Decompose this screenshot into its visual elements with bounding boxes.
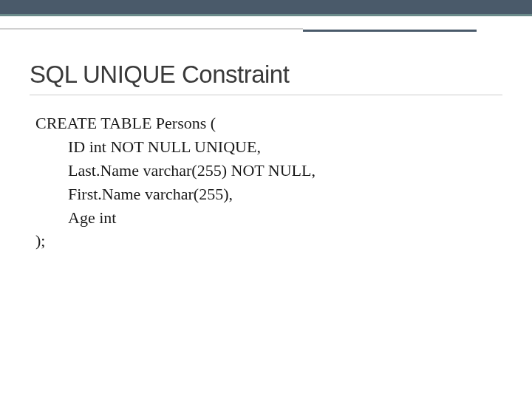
title-divider (30, 95, 502, 95)
slide-top-bar (0, 0, 532, 16)
code-line: ID int NOT NULL UNIQUE, (35, 135, 502, 159)
code-line: Last.Name varchar(255) NOT NULL, (35, 159, 502, 183)
code-block: CREATE TABLE Persons ( ID int NOT NULL U… (30, 112, 502, 253)
accent-line-light (0, 28, 303, 30)
slide-title: SQL UNIQUE Constraint (30, 61, 502, 89)
code-line: First.Name varchar(255), (35, 183, 502, 206)
slide-content: SQL UNIQUE Constraint CREATE TABLE Perso… (30, 61, 502, 253)
code-line: Age int (35, 206, 502, 230)
accent-line-dark (303, 30, 477, 32)
code-line: ); (35, 229, 502, 253)
code-line: CREATE TABLE Persons ( (35, 112, 502, 135)
